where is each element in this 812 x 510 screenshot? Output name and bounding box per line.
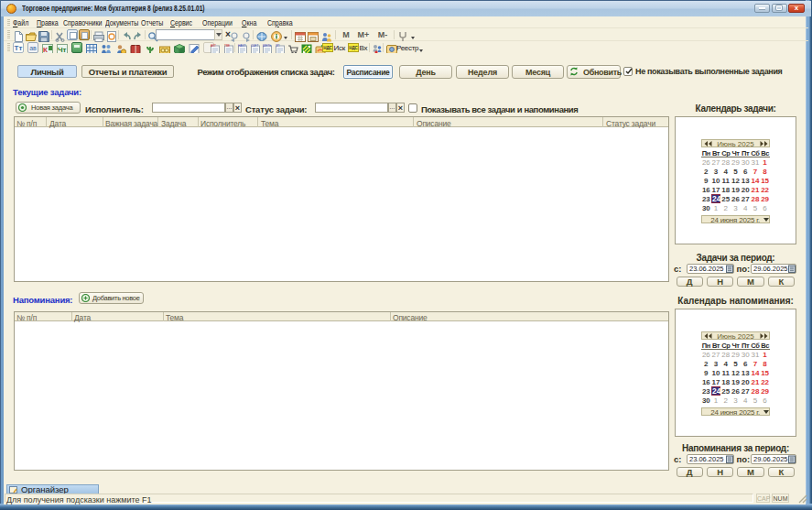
- svg-text:ТВЕ: ТВЕ: [224, 44, 230, 48]
- svg-text:АКТ: АКТ: [211, 44, 216, 48]
- svg-text:НАКЛ: НАКЛ: [238, 44, 245, 48]
- svg-text:СЧЕТ: СЧЕТ: [251, 44, 258, 48]
- svg-text:ШЕЛЬ: ШЕЛЬ: [263, 44, 271, 48]
- svg-text:ЗП: ЗП: [276, 44, 280, 48]
